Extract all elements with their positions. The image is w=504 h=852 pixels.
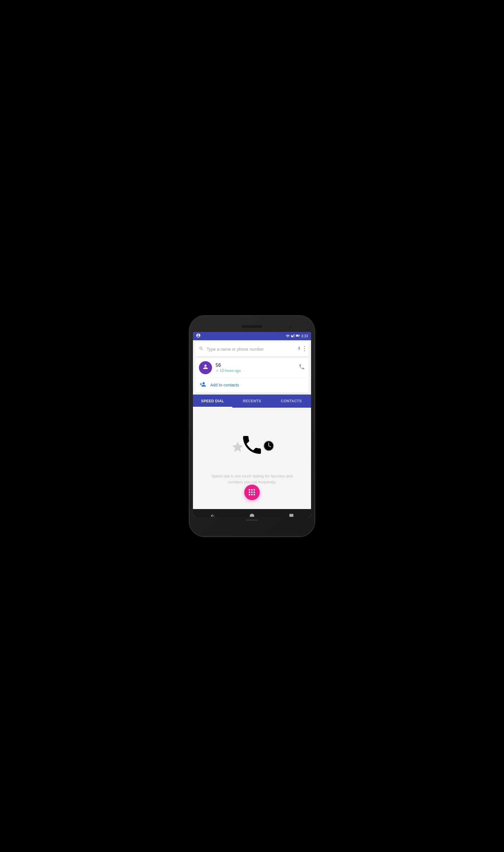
- status-right: 3:33: [286, 334, 308, 338]
- home-button[interactable]: [248, 511, 256, 517]
- bottom-nav: [193, 509, 311, 517]
- mic-icon[interactable]: [297, 346, 302, 353]
- speed-dial-illustration: [228, 432, 276, 467]
- speed-dial-description: Speed dial is one touch dialing for favo…: [193, 473, 311, 485]
- phone-illustration-icon: [240, 432, 264, 459]
- contact-time-row: ↗ 13 hours ago: [216, 368, 299, 373]
- svg-rect-1: [296, 335, 299, 336]
- earpiece-speaker: [241, 325, 263, 328]
- time-ago-text: 13 hours ago: [220, 368, 241, 373]
- call-icon[interactable]: [299, 364, 305, 371]
- svg-rect-8: [290, 514, 293, 517]
- battery-icon: [296, 334, 300, 338]
- tab-speed-dial[interactable]: SPEED DIAL: [193, 395, 232, 407]
- search-placeholder: Type a name or phone number: [207, 347, 297, 351]
- proximity-sensor: [289, 325, 292, 328]
- dialer-app-icon: [196, 333, 201, 339]
- person-avatar-icon: [202, 364, 209, 372]
- contact-info: 56 ↗ 13 hours ago: [216, 363, 299, 373]
- svg-point-7: [250, 514, 254, 517]
- dialpad-icon: [249, 489, 255, 496]
- status-left: [196, 333, 201, 339]
- recent-apps-button[interactable]: [287, 511, 296, 517]
- search-icon: [199, 346, 204, 352]
- contact-avatar: [199, 361, 212, 374]
- contact-row[interactable]: 56 ↗ 13 hours ago: [195, 358, 309, 378]
- svg-point-5: [304, 350, 305, 351]
- contact-result-card: 56 ↗ 13 hours ago: [195, 358, 309, 393]
- phone-screen: 3:33 Type a name or phone number: [193, 332, 311, 517]
- svg-point-4: [304, 348, 305, 349]
- speed-dial-content: Speed dial is one touch dialing for favo…: [193, 407, 311, 509]
- add-to-contacts-row[interactable]: Add to contacts: [195, 378, 309, 393]
- phone-device: 3:33 Type a name or phone number: [190, 316, 314, 537]
- contact-number: 56: [216, 363, 299, 368]
- tab-speed-dial-label: SPEED DIAL: [201, 399, 224, 403]
- add-to-contacts-label: Add to contacts: [210, 383, 239, 387]
- tab-contacts[interactable]: CONTACTS: [272, 395, 311, 407]
- phone-bottom-bar: [193, 517, 311, 523]
- dialpad-fab[interactable]: [244, 485, 260, 500]
- status-time: 3:33: [301, 334, 308, 338]
- tab-contacts-label: CONTACTS: [281, 399, 302, 403]
- search-bar[interactable]: Type a name or phone number: [195, 342, 309, 356]
- tab-recents[interactable]: RECENTS: [232, 395, 272, 407]
- add-contact-icon: [199, 381, 206, 389]
- phone-top-bar: [193, 321, 311, 332]
- no-signal-icon: [291, 334, 295, 338]
- outgoing-arrow-icon: ↗: [216, 368, 219, 373]
- back-button[interactable]: [208, 511, 217, 517]
- status-bar: 3:33: [193, 332, 311, 340]
- svg-point-3: [304, 346, 305, 347]
- wifi-icon: [286, 334, 290, 338]
- tab-recents-label: RECENTS: [243, 399, 261, 403]
- clock-illustration-icon: [263, 440, 275, 453]
- tabs-bar: SPEED DIAL RECENTS CONTACTS: [193, 395, 311, 407]
- more-options-icon[interactable]: [304, 346, 305, 352]
- front-camera: [211, 325, 214, 328]
- home-indicator: [246, 520, 258, 521]
- svg-rect-2: [300, 335, 300, 336]
